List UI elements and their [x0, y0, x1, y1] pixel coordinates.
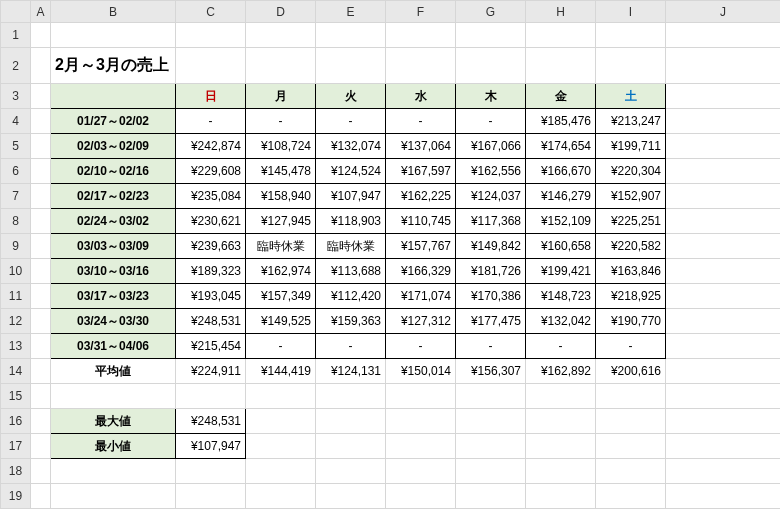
- cell[interactable]: [31, 334, 51, 359]
- week-label[interactable]: 03/17～03/23: [51, 284, 176, 309]
- cell[interactable]: [666, 84, 781, 109]
- week-label[interactable]: 02/17～02/23: [51, 184, 176, 209]
- cell[interactable]: [51, 459, 176, 484]
- cell[interactable]: ¥190,770: [596, 309, 666, 334]
- cell[interactable]: [51, 384, 176, 409]
- cell[interactable]: 臨時休業: [316, 234, 386, 259]
- cell[interactable]: [316, 48, 386, 84]
- cell[interactable]: ¥150,014: [386, 359, 456, 384]
- max-value[interactable]: ¥248,531: [176, 409, 246, 434]
- cell[interactable]: [666, 309, 781, 334]
- cell[interactable]: ¥185,476: [526, 109, 596, 134]
- cell[interactable]: [31, 434, 51, 459]
- cell[interactable]: -: [456, 334, 526, 359]
- cell[interactable]: ¥235,084: [176, 184, 246, 209]
- cell[interactable]: -: [316, 334, 386, 359]
- col-header[interactable]: H: [526, 1, 596, 23]
- cell[interactable]: [31, 209, 51, 234]
- col-header[interactable]: A: [31, 1, 51, 23]
- cell[interactable]: ¥113,688: [316, 259, 386, 284]
- cell[interactable]: [176, 23, 246, 48]
- cell[interactable]: ¥149,525: [246, 309, 316, 334]
- max-label[interactable]: 最大値: [51, 409, 176, 434]
- cell[interactable]: ¥127,945: [246, 209, 316, 234]
- cell[interactable]: ¥220,304: [596, 159, 666, 184]
- row-header[interactable]: 14: [1, 359, 31, 384]
- cell[interactable]: [666, 259, 781, 284]
- cell[interactable]: [31, 359, 51, 384]
- cell[interactable]: 臨時休業: [246, 234, 316, 259]
- cell[interactable]: ¥229,608: [176, 159, 246, 184]
- cell[interactable]: [526, 459, 596, 484]
- cell[interactable]: [526, 409, 596, 434]
- cell[interactable]: [666, 409, 781, 434]
- cell[interactable]: ¥162,974: [246, 259, 316, 284]
- cell[interactable]: [31, 48, 51, 84]
- cell[interactable]: ¥218,925: [596, 284, 666, 309]
- cell[interactable]: ¥167,066: [456, 134, 526, 159]
- cell[interactable]: [456, 434, 526, 459]
- cell[interactable]: [596, 459, 666, 484]
- day-header-mon[interactable]: 月: [246, 84, 316, 109]
- cell[interactable]: [316, 23, 386, 48]
- cell[interactable]: -: [176, 109, 246, 134]
- cell[interactable]: ¥144,419: [246, 359, 316, 384]
- cell[interactable]: [666, 109, 781, 134]
- cell[interactable]: -: [386, 334, 456, 359]
- cell[interactable]: [456, 23, 526, 48]
- cell[interactable]: -: [316, 109, 386, 134]
- day-header-wed[interactable]: 水: [386, 84, 456, 109]
- week-label[interactable]: 02/03～02/09: [51, 134, 176, 159]
- cell[interactable]: [246, 23, 316, 48]
- cell[interactable]: [31, 409, 51, 434]
- cell[interactable]: ¥248,531: [176, 309, 246, 334]
- cell[interactable]: ¥167,597: [386, 159, 456, 184]
- select-all-corner[interactable]: [1, 1, 31, 23]
- week-label[interactable]: 03/31～04/06: [51, 334, 176, 359]
- row-header[interactable]: 18: [1, 459, 31, 484]
- cell[interactable]: ¥220,582: [596, 234, 666, 259]
- day-header-sat[interactable]: 土: [596, 84, 666, 109]
- cell[interactable]: [31, 259, 51, 284]
- cell[interactable]: ¥189,323: [176, 259, 246, 284]
- cell[interactable]: ¥152,907: [596, 184, 666, 209]
- cell[interactable]: [31, 184, 51, 209]
- cell[interactable]: [246, 459, 316, 484]
- row-header[interactable]: 7: [1, 184, 31, 209]
- cell[interactable]: ¥148,723: [526, 284, 596, 309]
- cell[interactable]: [666, 209, 781, 234]
- cell[interactable]: ¥158,940: [246, 184, 316, 209]
- cell[interactable]: [456, 484, 526, 509]
- cell[interactable]: [456, 384, 526, 409]
- cell[interactable]: ¥112,420: [316, 284, 386, 309]
- cell[interactable]: ¥107,947: [316, 184, 386, 209]
- cell[interactable]: [316, 459, 386, 484]
- cell[interactable]: [31, 459, 51, 484]
- cell[interactable]: -: [526, 334, 596, 359]
- cell[interactable]: ¥239,663: [176, 234, 246, 259]
- row-header[interactable]: 6: [1, 159, 31, 184]
- cell[interactable]: [31, 134, 51, 159]
- row-header[interactable]: 11: [1, 284, 31, 309]
- cell[interactable]: ¥215,454: [176, 334, 246, 359]
- cell[interactable]: [246, 48, 316, 84]
- cell[interactable]: ¥137,064: [386, 134, 456, 159]
- col-header[interactable]: B: [51, 1, 176, 23]
- cell[interactable]: ¥124,037: [456, 184, 526, 209]
- cell[interactable]: [666, 459, 781, 484]
- cell[interactable]: ¥157,767: [386, 234, 456, 259]
- cell[interactable]: [176, 459, 246, 484]
- day-header-fri[interactable]: 金: [526, 84, 596, 109]
- row-header[interactable]: 2: [1, 48, 31, 84]
- cell[interactable]: [31, 84, 51, 109]
- week-label[interactable]: 01/27～02/02: [51, 109, 176, 134]
- cell[interactable]: ¥199,711: [596, 134, 666, 159]
- cell[interactable]: -: [456, 109, 526, 134]
- col-header[interactable]: G: [456, 1, 526, 23]
- cell[interactable]: [316, 484, 386, 509]
- cell[interactable]: ¥117,368: [456, 209, 526, 234]
- col-header[interactable]: D: [246, 1, 316, 23]
- cell[interactable]: ¥124,524: [316, 159, 386, 184]
- cell[interactable]: [316, 434, 386, 459]
- cell[interactable]: ¥200,616: [596, 359, 666, 384]
